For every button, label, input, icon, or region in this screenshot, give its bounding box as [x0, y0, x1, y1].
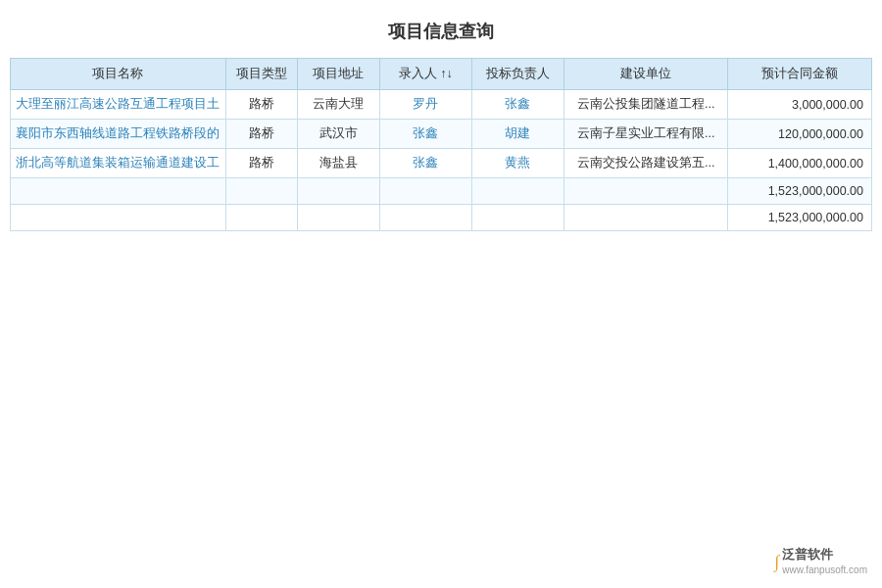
table-cell[interactable]: 张鑫: [471, 90, 564, 120]
watermark-main: 泛普软件: [782, 547, 867, 564]
total-empty-cell: [471, 205, 564, 231]
subtotal-empty-cell: [471, 178, 564, 205]
subtotal-empty-cell: [379, 178, 471, 205]
total-empty-cell: [564, 205, 728, 231]
total-empty-cell: [298, 205, 380, 231]
table-row: 浙北高等航道集装箱运输通道建设工路桥海盐县张鑫黄燕云南交投公路建设第五...1,…: [11, 149, 872, 178]
watermark: ∫ 泛普软件 www.fanpusoft.com: [774, 547, 867, 576]
table-cell[interactable]: 罗丹: [379, 90, 471, 120]
table-cell[interactable]: 胡建: [471, 120, 564, 149]
header-amount: 预计合同金额: [728, 59, 872, 90]
total-empty-cell: [225, 205, 297, 231]
table-header-row: 项目名称 项目类型 项目地址 录入人 ↑↓ 投标负责人 建设单位 预计合同金额: [11, 59, 872, 90]
header-builder: 建设单位: [564, 59, 728, 90]
table-container: 项目名称 项目类型 项目地址 录入人 ↑↓ 投标负责人 建设单位 预计合同金额 …: [10, 58, 872, 231]
table-row: 襄阳市东西轴线道路工程铁路桥段的路桥武汉市张鑫胡建云南子星实业工程有限...12…: [11, 120, 872, 149]
page-title: 项目信息查询: [0, 0, 882, 58]
table-cell: 云南公投集团隧道工程...: [564, 90, 728, 120]
header-name: 项目名称: [11, 59, 226, 90]
table-cell: 云南子星实业工程有限...: [564, 120, 728, 149]
watermark-text-group: 泛普软件 www.fanpusoft.com: [782, 547, 867, 576]
table-row: 大理至丽江高速公路互通工程项目土路桥云南大理罗丹张鑫云南公投集团隧道工程...3…: [11, 90, 872, 120]
watermark-icon: ∫: [774, 552, 779, 572]
subtotal-empty-cell: [298, 178, 380, 205]
table-cell: 1,400,000,000.00: [728, 149, 872, 178]
table-cell[interactable]: 张鑫: [379, 149, 471, 178]
subtotal-row: 1,523,000,000.00: [11, 178, 872, 205]
header-address: 项目地址: [298, 59, 380, 90]
header-type: 项目类型: [225, 59, 297, 90]
header-bidder: 投标负责人: [471, 59, 564, 90]
subtotal-amount: 1,523,000,000.00: [728, 178, 872, 205]
table-cell: 云南交投公路建设第五...: [564, 149, 728, 178]
table-cell: 120,000,000.00: [728, 120, 872, 149]
table-cell: 云南大理: [298, 90, 380, 120]
table-cell: 3,000,000.00: [728, 90, 872, 120]
table-cell: 海盐县: [298, 149, 380, 178]
table-cell[interactable]: 张鑫: [379, 120, 471, 149]
total-empty-cell: [11, 205, 226, 231]
table-cell[interactable]: 大理至丽江高速公路互通工程项目土: [11, 90, 226, 120]
project-table: 项目名称 项目类型 项目地址 录入人 ↑↓ 投标负责人 建设单位 预计合同金额 …: [10, 58, 872, 231]
watermark-logo: ∫ 泛普软件 www.fanpusoft.com: [774, 547, 867, 576]
table-cell: 武汉市: [298, 120, 380, 149]
table-cell[interactable]: 襄阳市东西轴线道路工程铁路桥段的: [11, 120, 226, 149]
header-enterer[interactable]: 录入人 ↑↓: [379, 59, 471, 90]
table-cell[interactable]: 黄燕: [471, 149, 564, 178]
table-cell: 路桥: [225, 149, 297, 178]
total-empty-cell: [379, 205, 471, 231]
total-amount: 1,523,000,000.00: [728, 205, 872, 231]
table-cell[interactable]: 浙北高等航道集装箱运输通道建设工: [11, 149, 226, 178]
watermark-url: www.fanpusoft.com: [782, 564, 867, 576]
subtotal-empty-cell: [564, 178, 728, 205]
subtotal-empty-cell: [225, 178, 297, 205]
total-row: 1,523,000,000.00: [11, 205, 872, 231]
table-cell: 路桥: [225, 120, 297, 149]
subtotal-empty-cell: [11, 178, 226, 205]
table-cell: 路桥: [225, 90, 297, 120]
